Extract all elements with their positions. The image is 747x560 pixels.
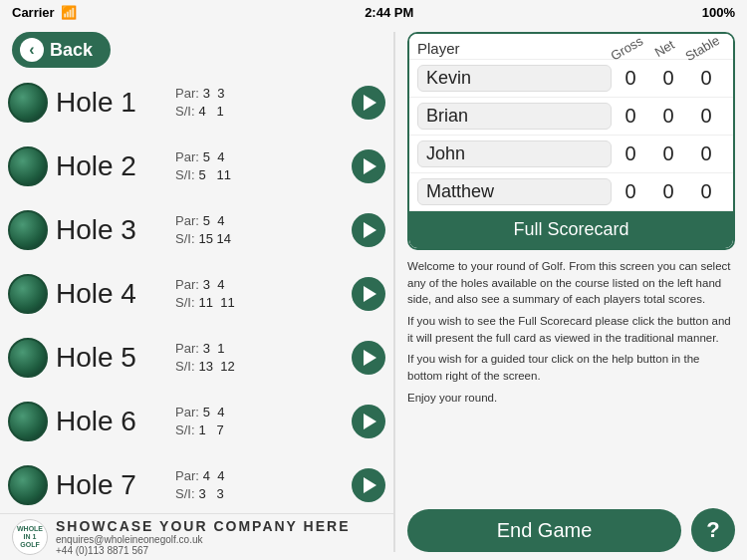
status-left: Carrier 📶	[12, 5, 77, 20]
par-values: 5 4	[203, 404, 225, 421]
gross-score: 0	[612, 142, 649, 165]
par-label: Par:	[175, 276, 199, 294]
hole-row: Hole 3 Par: 5 4 S/I: 15 14	[8, 199, 385, 261]
play-hole-button[interactable]	[352, 405, 385, 438]
battery-label: 100%	[702, 5, 735, 20]
par-values: 3 1	[203, 340, 225, 358]
hole-name: Hole 4	[56, 278, 175, 310]
hole-row: Hole 1 Par: 3 3 S/I: 4 1	[8, 72, 385, 134]
end-game-button[interactable]: End Game	[407, 509, 681, 552]
sponsor-logo: WHOLE IN 1 GOLF	[12, 519, 48, 555]
si-values: 1 7	[199, 421, 224, 439]
par-values: 4 4	[203, 467, 225, 485]
si-label: S/I:	[175, 230, 195, 248]
hole-row: Hole 5 Par: 3 1 S/I: 13 12	[8, 327, 385, 389]
hole-row: Hole 2 Par: 5 4 S/I: 5 11	[8, 136, 385, 197]
hole-name: Hole 6	[56, 406, 175, 437]
par-values: 3 3	[203, 85, 225, 103]
play-hole-button[interactable]	[352, 277, 385, 311]
help-button[interactable]: ?	[691, 508, 735, 552]
right-panel: Player Gross Net Stable Kevin 0 0 0 Bria…	[395, 24, 747, 560]
main-layout: ‹ Back Hole 1 Par: 3 3 S/I: 4 1	[0, 24, 747, 560]
stable-score: 0	[687, 67, 725, 90]
stable-score: 0	[687, 105, 725, 128]
player-name: Matthew	[417, 178, 612, 205]
hole-stats: Par: 5 4 S/I: 15 14	[175, 212, 231, 248]
play-hole-button[interactable]	[352, 149, 385, 183]
sponsor-text: SHOWCASE YOUR COMPANY HERE enquires@whol…	[56, 518, 350, 556]
par-label: Par:	[175, 467, 199, 485]
player-name: John	[417, 140, 612, 167]
gross-score: 0	[612, 105, 649, 128]
carrier-label: Carrier	[12, 5, 55, 20]
par-values: 5 4	[203, 212, 225, 230]
sponsor-email: enquires@wholeineonegolf.co.uk	[56, 534, 350, 545]
back-button[interactable]: ‹ Back	[12, 32, 111, 68]
status-bar: Carrier 📶 2:44 PM 100%	[0, 0, 747, 24]
si-label: S/I:	[175, 166, 195, 184]
full-scorecard-button[interactable]: Full Scorecard	[409, 211, 733, 248]
hole-ball-icon	[8, 402, 48, 441]
si-values: 13 12	[199, 358, 235, 376]
left-panel: ‹ Back Hole 1 Par: 3 3 S/I: 4 1	[0, 24, 393, 560]
description-para-3: If you wish for a guided tour click on t…	[407, 351, 735, 384]
description-text: Welcome to your round of Golf. From this…	[407, 258, 735, 411]
hole-name: Hole 7	[56, 469, 175, 501]
play-arrow-icon	[364, 158, 376, 174]
hole-ball-icon	[8, 465, 48, 505]
hole-ball-icon	[8, 210, 48, 250]
play-arrow-icon	[364, 350, 376, 366]
si-values: 5 11	[199, 166, 232, 184]
hole-ball-icon	[8, 338, 48, 378]
si-values: 11 11	[199, 294, 235, 312]
par-label: Par:	[175, 85, 199, 103]
net-score: 0	[649, 142, 687, 165]
si-label: S/I:	[175, 294, 195, 312]
play-hole-button[interactable]	[352, 341, 385, 375]
gross-score: 0	[612, 180, 649, 203]
hole-name: Hole 3	[56, 214, 175, 246]
hole-stats: Par: 5 4 S/I: 5 11	[175, 148, 231, 184]
par-values: 5 4	[203, 148, 225, 166]
hole-name: Hole 1	[56, 87, 175, 119]
scorecard-header: Player Gross Net Stable	[409, 34, 733, 60]
hole-row: Hole 6 Par: 5 4 S/I: 1 7	[8, 391, 385, 452]
si-values: 15 14	[199, 230, 232, 248]
player-row: Matthew 0 0 0	[409, 173, 733, 211]
si-label: S/I:	[175, 358, 195, 376]
description-para-4: Enjoy your round.	[407, 390, 735, 407]
hole-ball-icon	[8, 146, 48, 186]
hole-name: Hole 2	[56, 150, 175, 182]
si-values: 4 1	[199, 103, 224, 121]
sponsor-phone: +44 (0)113 8871 567	[56, 545, 350, 556]
play-hole-button[interactable]	[352, 468, 385, 502]
hole-stats: Par: 3 4 S/I: 11 11	[175, 276, 235, 312]
play-arrow-icon	[364, 414, 376, 429]
play-arrow-icon	[364, 286, 376, 302]
scorecard: Player Gross Net Stable Kevin 0 0 0 Bria…	[407, 32, 735, 250]
play-hole-button[interactable]	[352, 86, 385, 120]
player-row: John 0 0 0	[409, 136, 733, 173]
player-row: Brian 0 0 0	[409, 98, 733, 136]
net-score: 0	[649, 105, 687, 128]
stable-score: 0	[687, 180, 725, 203]
hole-ball-icon	[8, 83, 48, 123]
player-name: Brian	[417, 103, 612, 130]
wifi-icon: 📶	[61, 5, 77, 20]
back-label: Back	[50, 40, 93, 61]
net-score: 0	[649, 67, 687, 90]
bottom-row: End Game ?	[407, 508, 735, 552]
play-hole-button[interactable]	[352, 213, 385, 247]
par-label: Par:	[175, 404, 199, 421]
player-row: Kevin 0 0 0	[409, 60, 733, 98]
si-values: 3 3	[199, 485, 224, 503]
hole-row: Hole 7 Par: 4 4 S/I: 3 3	[8, 454, 385, 513]
hole-name: Hole 5	[56, 342, 175, 374]
hole-stats: Par: 3 1 S/I: 13 12	[175, 340, 235, 376]
player-name: Kevin	[417, 65, 612, 92]
play-arrow-icon	[364, 95, 376, 111]
play-arrow-icon	[364, 477, 376, 493]
description-para-2: If you wish to see the Full Scorecard pl…	[407, 313, 735, 346]
description-para-1: Welcome to your round of Golf. From this…	[407, 258, 735, 308]
hole-stats: Par: 4 4 S/I: 3 3	[175, 467, 225, 503]
